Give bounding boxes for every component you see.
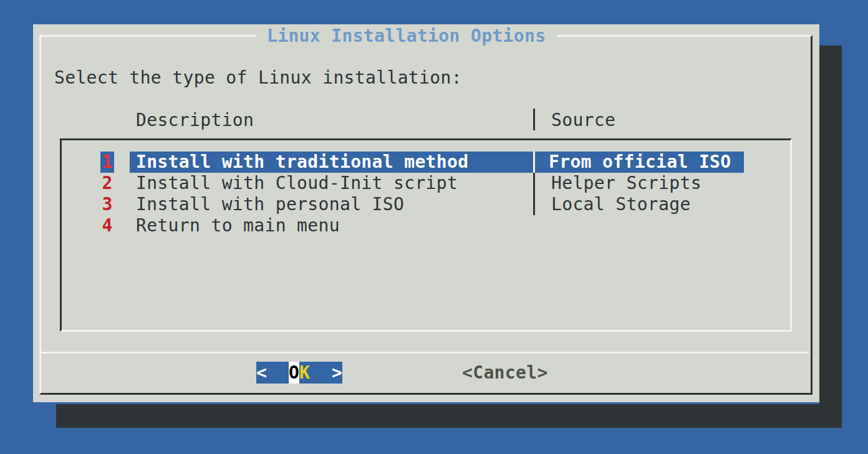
ok-hotkey-char: K [299, 362, 310, 384]
dialog-shadow-right [819, 46, 842, 404]
dialog-window: Linux Installation Options Select the ty… [33, 24, 819, 402]
menu-item-personal-iso[interactable]: 3 Install with personal ISO Local Storag… [33, 194, 819, 215]
menu-item-description: Install with personal ISO [136, 194, 404, 215]
menu-item-source: Helper Scripts [551, 173, 702, 194]
ok-bracket-right: > [332, 362, 342, 384]
row-separator-line [533, 152, 535, 173]
menu-item-tag: 2 [100, 173, 114, 194]
ok-padding [267, 362, 289, 384]
menu-item-tag: 3 [100, 194, 114, 215]
column-header-source: Source [551, 110, 615, 131]
prompt-text: Select the type of Linux installation: [54, 67, 462, 89]
menu-item-return-main-menu[interactable]: 4 Return to main menu [33, 215, 819, 236]
terminal-screen: Linux Installation Options Select the ty… [0, 0, 868, 454]
ok-button[interactable]: < O K > [256, 362, 342, 384]
dialog-shadow-bottom [56, 404, 842, 428]
menu-item-description: Install with Cloud-Init script [136, 173, 458, 194]
row-separator-line [533, 173, 535, 194]
menu-item-description: Return to main menu [136, 215, 340, 236]
ok-bracket-left: < [256, 362, 267, 384]
cancel-button[interactable]: <Cancel> [462, 362, 548, 384]
ok-cursor-char: O [289, 362, 299, 384]
menu-item-tag: 1 [100, 152, 114, 173]
menu-item-tag: 4 [100, 215, 114, 236]
menu-item-source: Local Storage [551, 194, 691, 215]
menu-item-description: Install with traditional method [136, 152, 468, 173]
ok-padding [310, 362, 332, 384]
column-header-description: Description [136, 110, 254, 131]
column-separator-line [533, 109, 535, 130]
row-separator-line [533, 194, 535, 215]
menu-item-traditional[interactable]: 1 Install with traditional method From o… [33, 152, 819, 173]
button-area-separator-line [39, 352, 809, 354]
menu-item-source: From official ISO [549, 152, 731, 173]
dialog-title: Linux Installation Options [256, 26, 557, 47]
menu-item-cloud-init[interactable]: 2 Install with Cloud-Init script Helper … [33, 173, 819, 194]
